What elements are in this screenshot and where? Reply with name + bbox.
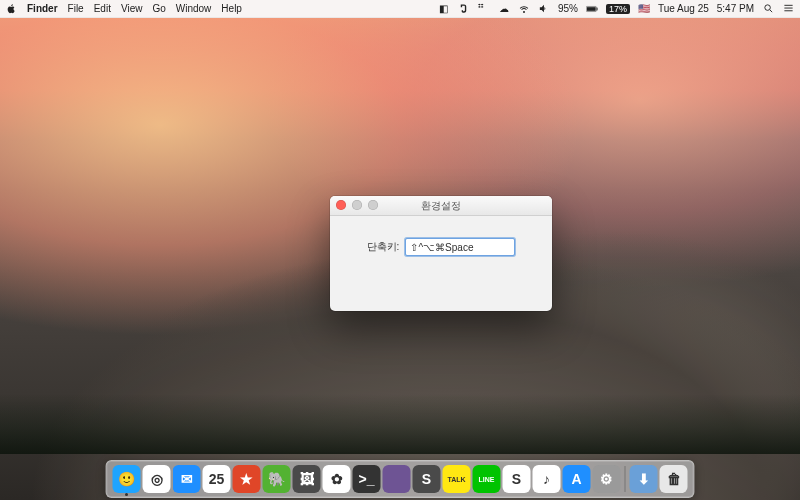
dock-separator [625, 466, 626, 492]
svg-rect-6 [784, 8, 792, 9]
svg-rect-7 [784, 10, 792, 11]
shortcut-label: 단축키: [367, 240, 400, 254]
menubar-clock[interactable]: 5:47 PM [717, 3, 754, 14]
dock-app-evernote[interactable]: 🐘 [263, 465, 291, 493]
dock-app-downloads[interactable]: ⬇︎ [630, 465, 658, 493]
wallpaper-trees [0, 394, 800, 454]
svg-rect-2 [597, 7, 598, 10]
window-close-button[interactable] [336, 200, 346, 210]
dock-app-appstore[interactable]: A [563, 465, 591, 493]
desktop: Finder File Edit View Go Window Help ◧ ☁… [0, 0, 800, 500]
dock-app-preview[interactable]: 🖼 [293, 465, 321, 493]
app-name-menu[interactable]: Finder [27, 3, 58, 14]
cloud-menubar-icon[interactable]: ☁︎ [498, 3, 510, 15]
dock-app-slack[interactable]: S [503, 465, 531, 493]
battery-percent[interactable]: 95% [558, 3, 578, 14]
battery-icon[interactable] [586, 3, 598, 15]
battery-badge[interactable]: 17% [606, 4, 630, 14]
svg-rect-5 [784, 5, 792, 6]
dock-app-chrome[interactable]: ◎ [143, 465, 171, 493]
wifi-icon[interactable] [518, 3, 530, 15]
dock-app-settings[interactable]: ⚙︎ [593, 465, 621, 493]
spotlight-icon[interactable] [762, 3, 774, 15]
menubar-date[interactable]: Tue Aug 25 [658, 3, 709, 14]
menu-window[interactable]: Window [176, 3, 212, 14]
menu-help[interactable]: Help [221, 3, 242, 14]
svg-line-4 [769, 10, 771, 12]
dropbox-menubar-icon[interactable] [478, 3, 490, 15]
dock-app-mail[interactable]: ✉︎ [173, 465, 201, 493]
dock-app-calendar[interactable]: 25 [203, 465, 231, 493]
window-title: 환경설정 [421, 199, 461, 213]
window-titlebar[interactable]: 환경설정 [330, 196, 552, 216]
menu-go[interactable]: Go [152, 3, 165, 14]
dock-app-github[interactable] [383, 465, 411, 493]
evernote-menubar-icon[interactable] [458, 3, 470, 15]
dock-app-kakaotalk[interactable]: TALK [443, 465, 471, 493]
svg-rect-1 [587, 7, 596, 11]
window-minimize-button[interactable] [352, 200, 362, 210]
preferences-window: 환경설정 단축키: [330, 196, 552, 311]
dock-app-photos[interactable]: ✿ [323, 465, 351, 493]
svg-point-3 [764, 5, 770, 11]
menu-view[interactable]: View [121, 3, 143, 14]
volume-icon[interactable] [538, 3, 550, 15]
shortcut-field[interactable] [405, 238, 515, 256]
window-zoom-button[interactable] [368, 200, 378, 210]
dock-app-iterm[interactable]: >_ [353, 465, 381, 493]
dock-app-sublime[interactable]: S [413, 465, 441, 493]
menubar: Finder File Edit View Go Window Help ◧ ☁… [0, 0, 800, 18]
menu-edit[interactable]: Edit [94, 3, 111, 14]
input-source-flag[interactable]: 🇺🇸 [638, 3, 650, 15]
dock-app-trash[interactable]: 🗑 [660, 465, 688, 493]
menu-extra-1-icon[interactable]: ◧ [438, 3, 450, 15]
dock-app-line[interactable]: LINE [473, 465, 501, 493]
dock-app-itunes[interactable]: ♪ [533, 465, 561, 493]
notification-center-icon[interactable] [782, 3, 794, 15]
menu-file[interactable]: File [68, 3, 84, 14]
dock-app-finder[interactable]: 🙂 [113, 465, 141, 493]
dock-app-wunderlist[interactable]: ★ [233, 465, 261, 493]
dock: 🙂◎✉︎25★🐘🖼✿>_STALKLINES♪A⚙︎⬇︎🗑 [106, 460, 695, 498]
apple-menu[interactable] [6, 3, 17, 14]
